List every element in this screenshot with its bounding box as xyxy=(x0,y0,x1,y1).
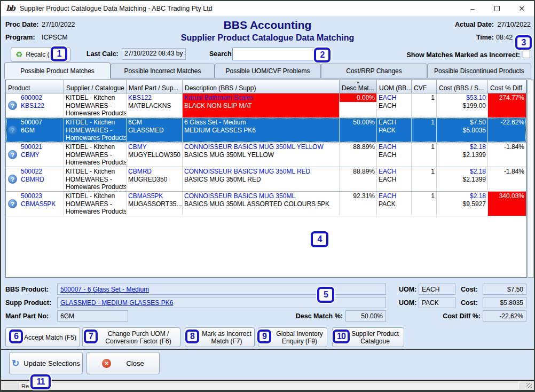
table-row[interactable]: ?600002KBS122KITDEL - KitchenHOMEWARES -… xyxy=(6,93,526,118)
tab-5[interactable]: Possible Discontinued Products xyxy=(427,64,531,79)
column-header-8[interactable]: Cost (BBS / S... xyxy=(437,80,488,93)
tab-2[interactable]: Possible Incorrect Matches xyxy=(111,64,215,79)
uom-text: PACK xyxy=(379,127,410,135)
proc-date-value: 27/10/2022 xyxy=(42,21,75,28)
show-incorrect-label: Show Matches Marked as Incorrect: xyxy=(375,51,520,59)
program-label: Program: xyxy=(5,34,35,41)
product-code-link[interactable]: 600002 xyxy=(21,94,62,102)
som-mark-4: 4 xyxy=(311,231,328,247)
description-text: Karusi Bathroom Scales xyxy=(184,94,337,102)
description-text: CONNOISSEUR BASICS MUG 350ML YELLOW xyxy=(184,143,337,151)
cell-cost-diff: -22.62% xyxy=(488,118,526,142)
product-code-link[interactable]: CBMY xyxy=(21,151,62,159)
column-header-7[interactable]: CVF xyxy=(412,80,437,93)
product-code-link[interactable]: KBS122 xyxy=(21,102,62,110)
column-header-9[interactable]: Cost % Diff xyxy=(488,80,526,93)
cost-value: $5.8035 xyxy=(438,127,486,135)
desc-match-value: 88.89% xyxy=(341,168,375,176)
product-code-link[interactable]: 500023 xyxy=(21,192,62,200)
column-header-2[interactable]: Supplier / Catalogue xyxy=(64,80,127,93)
product-code-link[interactable]: 500007 xyxy=(21,119,62,127)
cell-desc-match: 0.00% xyxy=(340,93,377,117)
cell-uom: EACHEACH xyxy=(377,143,412,167)
cost-value: $2.18 xyxy=(438,143,486,151)
description-text: BASICS MUG 350ML ASSORTED COLOURS 5PK xyxy=(184,200,337,208)
close-window-button[interactable]: ✕ xyxy=(509,1,534,16)
update-selections-button[interactable]: ↻ Update Selections xyxy=(9,352,83,374)
supplier-text: KITDEL - Kitchen xyxy=(66,143,124,151)
uom-supp-label: UOM: xyxy=(399,299,416,307)
column-header-4[interactable]: Description (BBS / Supp) xyxy=(183,80,340,93)
cell-desc-match: 92.31% xyxy=(340,192,377,216)
cell-desc-match: 88.89% xyxy=(340,167,377,191)
supplier-text: Homewares Products xyxy=(66,208,124,216)
cell-product: ?500021CBMY xyxy=(6,143,64,167)
search-label: Search: xyxy=(209,50,234,58)
question-icon[interactable]: ? xyxy=(8,150,17,159)
actual-date-value: 27/10/2022 xyxy=(497,21,531,28)
cost-bbs-field: $7.50 xyxy=(483,284,526,295)
table-row[interactable]: ?500022CBMRDKITDEL - KitchenHOMEWARES -H… xyxy=(6,167,526,192)
question-icon[interactable]: ? xyxy=(8,101,17,110)
supp-product-link[interactable]: GLASSMED - MEDIUM GLASSES PK6 xyxy=(60,299,173,307)
column-header-label: Desc Mat... xyxy=(342,84,374,92)
minimize-button[interactable]: – xyxy=(460,1,485,16)
cell-cost: $2.18$9.5927 xyxy=(437,192,488,216)
tab-1[interactable]: Possible Product Matches xyxy=(4,62,111,79)
maximize-button[interactable] xyxy=(485,1,509,16)
app-title: BBS Accounting xyxy=(161,19,374,32)
tab-3[interactable]: Possible UOM/CVF Problems xyxy=(215,64,321,79)
last-calc-label: Last Calc: xyxy=(86,50,119,58)
supplier-text: HOMEWARES - xyxy=(66,127,124,135)
recalc-label: Recalc ( xyxy=(26,51,49,58)
maximize-icon xyxy=(494,6,500,11)
product-code-link[interactable]: CBMAS5PK xyxy=(21,200,62,208)
bbs-product-link[interactable]: 500007 - 6 Glass Set - Medium xyxy=(60,286,149,293)
column-header-1[interactable]: Product xyxy=(6,80,64,93)
column-header-label: Description (BBS / Supp) xyxy=(185,84,256,92)
tab-4[interactable]: Cost/RRP Changes xyxy=(321,64,427,79)
column-header-5[interactable]: Desc Mat...▲ xyxy=(340,80,377,93)
cvf-value: 1 xyxy=(413,168,435,176)
cell-description: 6 Glass Set - MediumMEDIUM GLASSES PK6 xyxy=(183,118,340,142)
show-incorrect-checkbox[interactable] xyxy=(523,51,530,58)
supp-product-field[interactable]: GLASSMED - MEDIUM GLASSES PK6 xyxy=(57,297,386,308)
question-icon[interactable]: ? xyxy=(8,175,17,184)
close-button[interactable]: ✕ Close xyxy=(86,352,160,374)
question-icon[interactable]: ? xyxy=(8,126,17,135)
cost-diff-value: -1.84% xyxy=(490,168,524,176)
screen-title: Supplier Product Catalogue Data Matching xyxy=(134,33,401,43)
cell-cvf: 1 xyxy=(412,167,437,191)
manf-part-text: CBMAS5PK xyxy=(128,192,180,200)
cell-cost: $2.18$2.1399 xyxy=(437,143,488,167)
column-header-6[interactable]: UOM (BB... xyxy=(377,80,412,93)
product-code-link[interactable]: 500021 xyxy=(21,143,62,151)
cvf-value: 1 xyxy=(413,192,435,200)
supplier-text: KITDEL - Kitchen xyxy=(66,94,124,102)
product-code-link[interactable]: 500022 xyxy=(21,168,62,176)
cell-manf-part: KBS122MATBLACKNS xyxy=(127,93,183,117)
supplier-text: HOMEWARES - xyxy=(66,176,124,184)
table-row[interactable]: ?500023CBMAS5PKKITDEL - KitchenHOMEWARES… xyxy=(6,192,526,216)
cell-product: ?500022CBMRD xyxy=(6,167,64,191)
close-circle-icon: ✕ xyxy=(102,359,111,368)
cell-supplier: KITDEL - KitchenHOMEWARES -Homewares Pro… xyxy=(64,192,127,216)
window-title: Supplier Product Catalogue Data Matching… xyxy=(20,5,213,12)
table-row[interactable]: ?500021CBMYKITDEL - KitchenHOMEWARES -Ho… xyxy=(6,143,526,167)
resize-grip[interactable] xyxy=(526,383,532,388)
search-input[interactable] xyxy=(232,48,315,60)
manf-part-text: GLASSMED xyxy=(128,127,180,135)
supplier-text: KITDEL - Kitchen xyxy=(66,192,124,200)
table-vertical-scrollbar[interactable] xyxy=(528,80,534,278)
table-row[interactable]: ?5000076GMKITDEL - KitchenHOMEWARES -Hom… xyxy=(6,118,526,143)
desc-match-value: 0.00% xyxy=(340,93,376,102)
bbs-product-field[interactable]: 500007 - 6 Glass Set - Medium xyxy=(57,284,386,295)
column-header-3[interactable]: Manf Part / Sup... xyxy=(127,80,183,93)
manf-part-no-label: Manf Part No: xyxy=(5,312,49,320)
question-icon[interactable]: ? xyxy=(8,199,17,208)
product-code-link[interactable]: CBMRD xyxy=(21,176,62,184)
product-code-link[interactable]: 6GM xyxy=(21,127,62,135)
som-mark-10: 10 xyxy=(333,330,350,343)
column-header-label: Manf Part / Sup... xyxy=(129,84,178,92)
cost-diff-value: 274.77% xyxy=(490,94,524,102)
